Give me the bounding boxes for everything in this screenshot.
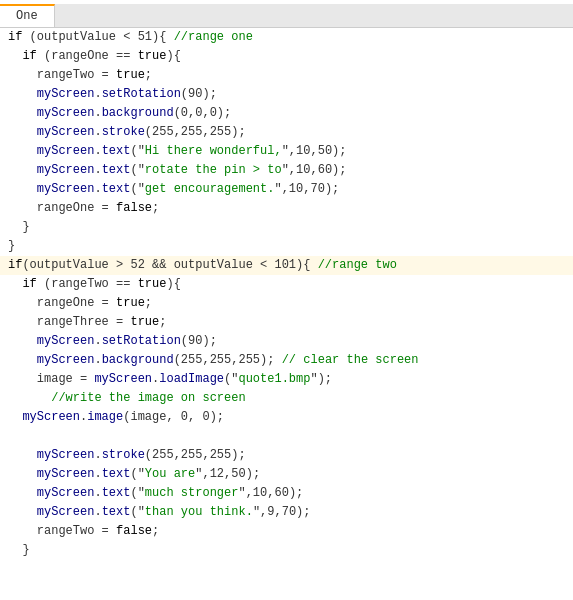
code-text: if (outputValue < 51){ //range one <box>8 28 253 47</box>
code-line: myScreen.text("rotate the pin > to",10,6… <box>0 161 573 180</box>
code-line: rangeTwo = false; <box>0 522 573 541</box>
code-line: rangeTwo = true; <box>0 66 573 85</box>
code-text: } <box>8 237 15 256</box>
code-text: myScreen.text("Hi there wonderful,",10,5… <box>8 142 346 161</box>
code-line: myScreen.setRotation(90); <box>0 85 573 104</box>
code-text: myScreen.text("rotate the pin > to",10,6… <box>8 161 346 180</box>
code-text: if (rangeTwo == true){ <box>8 275 181 294</box>
code-line: myScreen.text("much stronger",10,60); <box>0 484 573 503</box>
code-text: rangeTwo = true; <box>8 66 152 85</box>
code-text: myScreen.text("You are",12,50); <box>8 465 260 484</box>
code-text: } <box>8 218 30 237</box>
code-line: myScreen.stroke(255,255,255); <box>0 123 573 142</box>
code-text: if (rangeOne == true){ <box>8 47 181 66</box>
code-line: if (rangeOne == true){ <box>0 47 573 66</box>
code-line: myScreen.text("than you think.",9,70); <box>0 503 573 522</box>
code-line: myScreen.image(image, 0, 0); <box>0 408 573 427</box>
tab-one[interactable]: One <box>0 4 55 27</box>
code-line: rangeOne = false; <box>0 199 573 218</box>
code-text: } <box>8 541 30 560</box>
code-text: rangeOne = true; <box>8 294 152 313</box>
code-line: if (rangeTwo == true){ <box>0 275 573 294</box>
code-text: myScreen.stroke(255,255,255); <box>8 446 246 465</box>
code-line: myScreen.background(255,255,255); // cle… <box>0 351 573 370</box>
code-line: myScreen.setRotation(90); <box>0 332 573 351</box>
code-line: if (outputValue < 51){ //range one <box>0 28 573 47</box>
code-line: } <box>0 218 573 237</box>
code-line: //write the image on screen <box>0 389 573 408</box>
code-text: myScreen.text("get encouragement.",10,70… <box>8 180 339 199</box>
code-line <box>0 427 573 446</box>
code-line: rangeOne = true; <box>0 294 573 313</box>
code-text: rangeOne = false; <box>8 199 159 218</box>
code-line: myScreen.text("get encouragement.",10,70… <box>0 180 573 199</box>
code-text: myScreen.text("much stronger",10,60); <box>8 484 303 503</box>
code-lines: if (outputValue < 51){ //range one if (r… <box>0 28 573 600</box>
code-text: myScreen.stroke(255,255,255); <box>8 123 246 142</box>
code-text: myScreen.background(0,0,0); <box>8 104 231 123</box>
code-line: rangeThree = true; <box>0 313 573 332</box>
code-text: myScreen.text("than you think.",9,70); <box>8 503 310 522</box>
code-line <box>0 560 573 579</box>
code-editor: One if (outputValue < 51){ //range one i… <box>0 0 573 600</box>
code-line: image = myScreen.loadImage("quote1.bmp")… <box>0 370 573 389</box>
code-text: if(outputValue > 52 && outputValue < 101… <box>8 256 397 275</box>
code-line: } <box>0 237 573 256</box>
code-line: myScreen.background(0,0,0); <box>0 104 573 123</box>
code-line: if(outputValue > 52 && outputValue < 101… <box>0 256 573 275</box>
code-line <box>0 579 573 598</box>
code-line: } <box>0 541 573 560</box>
code-line: myScreen.text("You are",12,50); <box>0 465 573 484</box>
code-text: myScreen.setRotation(90); <box>8 85 217 104</box>
code-text: myScreen.background(255,255,255); // cle… <box>8 351 419 370</box>
code-text: myScreen.image(image, 0, 0); <box>8 408 224 427</box>
code-text: rangeThree = true; <box>8 313 166 332</box>
code-text: image = myScreen.loadImage("quote1.bmp")… <box>8 370 332 389</box>
code-text: rangeTwo = false; <box>8 522 159 541</box>
code-text: myScreen.setRotation(90); <box>8 332 217 351</box>
code-text: //write the image on screen <box>8 389 246 408</box>
code-line: myScreen.stroke(255,255,255); <box>0 446 573 465</box>
code-line: myScreen.text("Hi there wonderful,",10,5… <box>0 142 573 161</box>
